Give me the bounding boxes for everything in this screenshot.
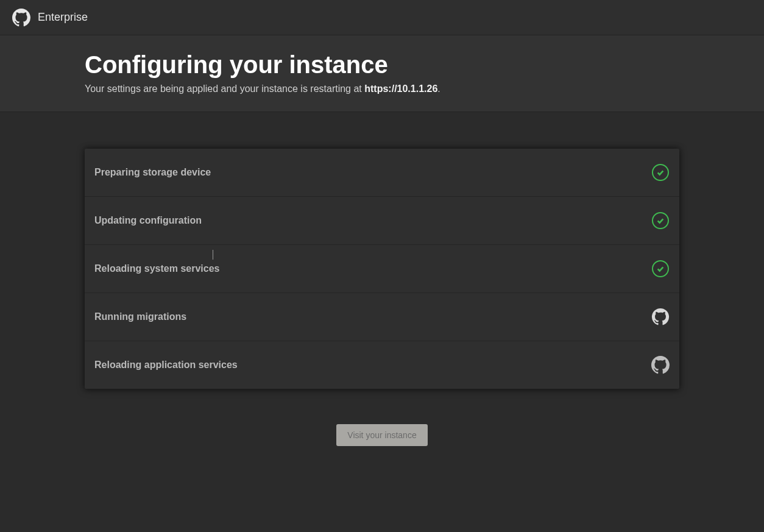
step-row-updating-configuration: Updating configuration — [85, 196, 679, 244]
subtitle-url: https://10.1.1.26 — [364, 83, 437, 94]
step-label: Reloading system services — [94, 263, 219, 274]
step-list: Preparing storage device Updating config… — [85, 149, 679, 389]
github-invertocat-icon — [651, 308, 670, 326]
subtitle-text-suffix: . — [437, 83, 440, 94]
step-label: Preparing storage device — [94, 167, 211, 178]
step-label: Updating configuration — [94, 215, 202, 226]
github-mark-icon — [651, 356, 670, 374]
step-label: Running migrations — [94, 311, 186, 322]
subtitle-text-prefix: Your settings are being applied and your… — [85, 83, 364, 94]
github-mark-icon — [12, 9, 30, 27]
step-label: Reloading application services — [94, 360, 238, 371]
brand-logo[interactable]: Enterprise — [12, 9, 88, 27]
step-row-running-migrations: Running migrations — [85, 293, 679, 341]
check-circle-icon — [651, 163, 670, 182]
brand-text: Enterprise — [38, 11, 88, 24]
top-bar: Enterprise — [0, 0, 764, 35]
cta-container: Visit your instance — [85, 424, 679, 446]
check-circle-icon — [651, 260, 670, 278]
page-header: Configuring your instance Your settings … — [0, 35, 764, 112]
visit-instance-button[interactable]: Visit your instance — [336, 424, 427, 446]
step-row-reloading-application-services: Reloading application services — [85, 341, 679, 389]
check-circle-icon — [651, 211, 670, 230]
text-cursor-icon — [213, 250, 213, 260]
step-row-reloading-system-services: Reloading system services — [85, 244, 679, 293]
page-subtitle: Your settings are being applied and your… — [85, 83, 679, 94]
step-row-preparing-storage: Preparing storage device — [85, 149, 679, 196]
page-title: Configuring your instance — [85, 51, 679, 79]
main-content: Preparing storage device Updating config… — [85, 149, 679, 446]
